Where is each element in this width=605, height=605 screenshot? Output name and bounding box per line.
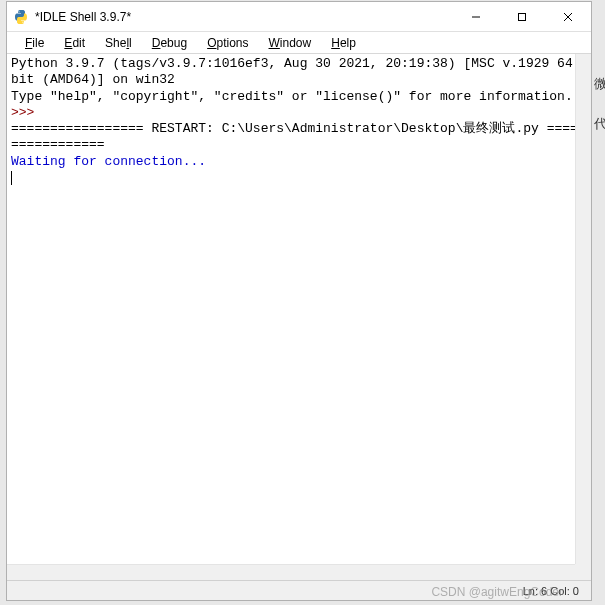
- maximize-button[interactable]: [499, 2, 545, 31]
- vertical-scrollbar[interactable]: [575, 54, 591, 580]
- shell-output[interactable]: Python 3.9.7 (tags/v3.9.7:1016ef3, Aug 3…: [7, 54, 591, 580]
- bg-char: 微: [594, 75, 605, 93]
- python-banner: Python 3.9.7 (tags/v3.9.7:1016ef3, Aug 3…: [11, 56, 581, 87]
- waiting-message: Waiting for connection...: [11, 154, 206, 169]
- window-title: *IDLE Shell 3.9.7*: [35, 10, 453, 24]
- menu-options[interactable]: Options: [199, 34, 256, 52]
- menu-window[interactable]: Window: [261, 34, 320, 52]
- menu-edit[interactable]: Edit: [56, 34, 93, 52]
- prompt: >>>: [11, 105, 34, 120]
- python-icon: [13, 9, 29, 25]
- bg-char: 代: [594, 115, 605, 133]
- window-controls: [453, 2, 591, 31]
- restart-line: ================= RESTART: C:\Users\Admi…: [11, 121, 586, 152]
- svg-rect-1: [519, 13, 526, 20]
- menu-shell[interactable]: Shell: [97, 34, 140, 52]
- close-button[interactable]: [545, 2, 591, 31]
- text-cursor: [11, 171, 12, 185]
- menubar: File Edit Shell Debug Options Window Hel…: [7, 32, 591, 54]
- menu-help[interactable]: Help: [323, 34, 364, 52]
- idle-window: *IDLE Shell 3.9.7* File Edit Shell Debug…: [6, 1, 592, 601]
- menu-file[interactable]: File: [17, 34, 52, 52]
- titlebar[interactable]: *IDLE Shell 3.9.7*: [7, 2, 591, 32]
- menu-debug[interactable]: Debug: [144, 34, 195, 52]
- statusbar: Ln: 6 Col: 0: [7, 580, 591, 600]
- horizontal-scrollbar[interactable]: [7, 564, 575, 580]
- cursor-position: Ln: 6 Col: 0: [523, 585, 579, 597]
- scroll-corner: [575, 564, 591, 580]
- minimize-button[interactable]: [453, 2, 499, 31]
- python-help-line: Type "help", "copyright", "credits" or "…: [11, 89, 573, 104]
